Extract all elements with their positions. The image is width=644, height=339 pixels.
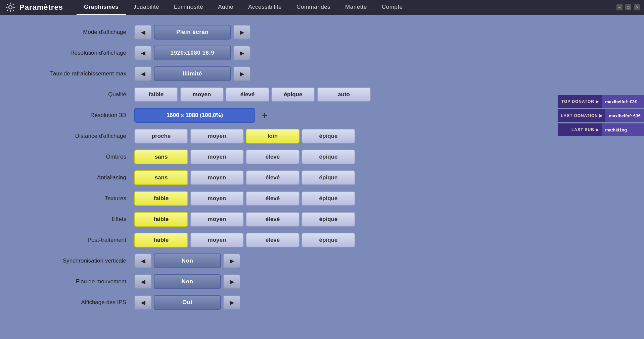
quality-faible[interactable]: faible — [134, 87, 178, 102]
shadows-label: Ombres — [20, 154, 134, 160]
effects-epique[interactable]: épique — [302, 212, 355, 227]
title-bar: Paramètres Graphismes Jouabilité Luminos… — [0, 0, 644, 15]
quality-label: Qualité — [20, 91, 134, 98]
top-donator-label: TOP DONATOR ▶ — [558, 95, 602, 108]
display-resolution-value: 1920x1080 16:9 — [154, 46, 231, 60]
textures-eleve[interactable]: élevé — [246, 191, 300, 206]
motion-blur-prev[interactable]: ◀ — [134, 274, 152, 289]
last-donation-value: maxibelfof: €3€ — [605, 113, 644, 118]
nav-jouabilite[interactable]: Jouabilité — [126, 0, 167, 15]
post-processing-epique[interactable]: épique — [302, 233, 355, 247]
display-resolution-prev[interactable]: ◀ — [134, 46, 152, 60]
show-fps-row: Affichage des IPS ◀ Oui ▶ — [20, 295, 624, 310]
shadows-epique[interactable]: épique — [302, 150, 355, 164]
show-fps-next[interactable]: ▶ — [223, 295, 240, 310]
antialiasing-label: Antialiasing — [20, 174, 134, 181]
display-resolution-row: Résolution d'affichage ◀ 1920x1080 16:9 … — [20, 46, 624, 60]
last-donation-label: LAST DONATION ▶ — [558, 109, 605, 122]
nav-audio[interactable]: Audio — [211, 0, 241, 15]
quality-epique[interactable]: épique — [271, 87, 315, 102]
vsync-controls: ◀ Non ▶ — [134, 253, 240, 268]
effects-row: Effets faible moyen élevé épique — [20, 212, 624, 227]
nav-commandes[interactable]: Commandes — [289, 0, 338, 15]
last-donation-bar: LAST DONATION ▶ maxibelfof: €3€ — [557, 109, 644, 122]
resolution3d-value: 1600 x 1080 (100,0%) — [134, 108, 255, 123]
textures-moyen[interactable]: moyen — [190, 191, 244, 206]
vsync-next[interactable]: ▶ — [223, 253, 240, 268]
show-fps-value: Oui — [154, 295, 221, 310]
view-distance-proche[interactable]: proche — [134, 129, 188, 144]
effects-moyen[interactable]: moyen — [190, 212, 244, 227]
view-distance-moyen[interactable]: moyen — [190, 129, 244, 144]
antialiasing-row: Antialiasing sans moyen élevé épique — [20, 170, 624, 185]
show-fps-prev[interactable]: ◀ — [134, 295, 152, 310]
refresh-rate-next[interactable]: ▶ — [233, 66, 250, 81]
antialiasing-eleve[interactable]: élevé — [246, 170, 300, 185]
post-processing-faible[interactable]: faible — [134, 233, 188, 247]
vsync-row: Synchronisation verticale ◀ Non ▶ — [20, 253, 624, 268]
quality-row: Qualité faible moyen élevé épique auto — [20, 87, 624, 102]
refresh-rate-controls: ◀ Illimité ▶ — [134, 66, 250, 81]
effects-eleve[interactable]: élevé — [246, 212, 300, 227]
motion-blur-value: Non — [154, 274, 221, 289]
display-resolution-label: Résolution d'affichage — [20, 50, 134, 56]
antialiasing-moyen[interactable]: moyen — [190, 170, 244, 185]
antialiasing-epique[interactable]: épique — [302, 170, 355, 185]
antialiasing-controls: sans moyen élevé épique — [134, 170, 355, 185]
post-processing-moyen[interactable]: moyen — [190, 233, 244, 247]
nav-bar: Graphismes Jouabilité Luminosité Audio A… — [77, 0, 410, 15]
close-button[interactable]: ✕ — [634, 4, 640, 10]
nav-manette[interactable]: Manette — [338, 0, 374, 15]
textures-faible[interactable]: faible — [134, 191, 188, 206]
view-distance-epique[interactable]: épique — [302, 129, 355, 144]
effects-faible[interactable]: faible — [134, 212, 188, 227]
shadows-sans[interactable]: sans — [134, 150, 188, 164]
motion-blur-label: Flou de mouvement — [20, 278, 134, 285]
view-distance-label: Distance d'affichage — [20, 133, 134, 139]
display-mode-prev[interactable]: ◀ — [134, 25, 152, 40]
resolution3d-plus[interactable]: + — [257, 108, 272, 123]
show-fps-controls: ◀ Oui ▶ — [134, 295, 240, 310]
window-controls: − □ ✕ — [616, 4, 640, 10]
main-content: Mode d'affichage ◀ Plein écran ▶ Résolut… — [0, 15, 644, 323]
maximize-button[interactable]: □ — [625, 4, 631, 10]
gear-icon — [5, 2, 15, 12]
app-title: Paramètres — [19, 3, 63, 12]
nav-accessibilite[interactable]: Accessibilité — [241, 0, 289, 15]
quality-moyen[interactable]: moyen — [180, 87, 224, 102]
display-resolution-next[interactable]: ▶ — [233, 46, 250, 60]
refresh-rate-row: Taux de rafraîchissement max ◀ Illimité … — [20, 66, 624, 81]
motion-blur-next[interactable]: ▶ — [223, 274, 240, 289]
textures-row: Textures faible moyen élevé épique — [20, 191, 624, 206]
quality-auto[interactable]: auto — [317, 87, 371, 102]
display-resolution-controls: ◀ 1920x1080 16:9 ▶ — [134, 46, 250, 60]
nav-compte[interactable]: Compte — [374, 0, 410, 15]
show-fps-label: Affichage des IPS — [20, 299, 134, 306]
display-mode-next[interactable]: ▶ — [233, 25, 250, 40]
refresh-rate-value: Illimité — [154, 66, 231, 81]
shadows-moyen[interactable]: moyen — [190, 150, 244, 164]
top-donator-bar: TOP DONATOR ▶ maxibelfof: €3€ — [557, 95, 644, 108]
view-distance-loin[interactable]: loin — [246, 129, 300, 144]
last-sub-value: mathki1ng — [602, 127, 630, 132]
minimize-button[interactable]: − — [616, 4, 623, 10]
post-processing-controls: faible moyen élevé épique — [134, 233, 355, 247]
textures-controls: faible moyen élevé épique — [134, 191, 355, 206]
shadows-row: Ombres sans moyen élevé épique — [20, 150, 624, 164]
nav-graphismes[interactable]: Graphismes — [77, 0, 126, 15]
post-processing-label: Post-traitement — [20, 237, 134, 243]
antialiasing-sans[interactable]: sans — [134, 170, 188, 185]
nav-luminosite[interactable]: Luminosité — [167, 0, 211, 15]
shadows-eleve[interactable]: élevé — [246, 150, 300, 164]
top-donator-value: maxibelfof: €3€ — [602, 99, 640, 104]
motion-blur-row: Flou de mouvement ◀ Non ▶ — [20, 274, 624, 289]
refresh-rate-prev[interactable]: ◀ — [134, 66, 152, 81]
title-bar-left: Paramètres — [5, 2, 63, 12]
vsync-prev[interactable]: ◀ — [134, 253, 152, 268]
textures-epique[interactable]: épique — [302, 191, 355, 206]
vsync-label: Synchronisation verticale — [20, 258, 134, 264]
quality-controls: faible moyen élevé épique auto — [134, 87, 371, 102]
display-mode-value: Plein écran — [154, 25, 231, 40]
quality-eleve[interactable]: élevé — [226, 87, 269, 102]
post-processing-eleve[interactable]: élevé — [246, 233, 300, 247]
